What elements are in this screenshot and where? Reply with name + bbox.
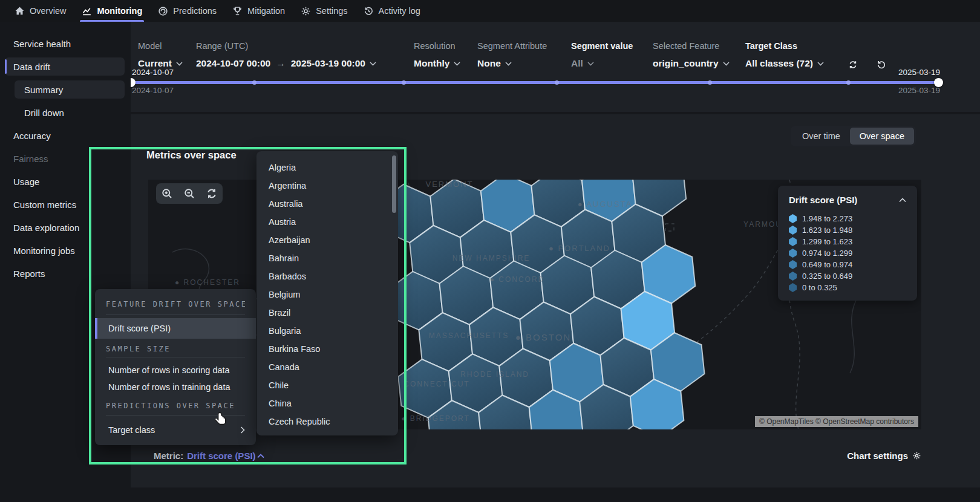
slider-end-date-sub: 2025-03-19: [898, 86, 940, 95]
slider-tick: [555, 80, 559, 85]
map-place-label: ● BRIDGEPORT: [401, 414, 470, 423]
country-option[interactable]: Austria: [256, 213, 398, 231]
nav-mitigation-label: Mitigation: [247, 6, 285, 16]
reset-button[interactable]: [874, 57, 889, 73]
legend-row: 0.325 to 0.649: [789, 270, 906, 282]
gear-icon: [912, 451, 921, 460]
menu-item-rows-training[interactable]: Number of rows in training data: [95, 379, 256, 396]
collapse-legend-icon[interactable]: [899, 198, 906, 203]
sidebar-item-data-drift[interactable]: Data drift: [5, 57, 125, 76]
view-toggle: Over time Over space: [791, 126, 916, 146]
country-option[interactable]: Algeria: [256, 158, 398, 177]
country-option[interactable]: Barbados: [256, 267, 398, 285]
sidebar-item-service-health[interactable]: Service health: [5, 34, 125, 53]
sidebar-item-drill-down[interactable]: Drill down: [15, 103, 125, 122]
menu-item-target-class[interactable]: Target class: [95, 420, 256, 440]
model-label: Model: [138, 41, 162, 51]
country-list: Algeria Argentina Australia Austria Azer…: [256, 158, 398, 431]
chart-settings-button[interactable]: Chart settings: [847, 451, 921, 461]
chevron-down-icon: [505, 62, 512, 66]
filter-bar: Model Current Range (UTC) 2024-10-07 00:…: [131, 22, 980, 112]
country-submenu: Algeria Argentina Australia Austria Azer…: [256, 151, 398, 435]
country-option[interactable]: China: [256, 394, 398, 412]
refresh-button[interactable]: [845, 57, 861, 73]
sidebar-item-data-exploration[interactable]: Data exploration: [5, 218, 125, 236]
slider-end-date: 2025-03-19: [898, 68, 940, 77]
map-controls: [156, 183, 223, 204]
chevron-up-icon: [257, 454, 264, 458]
segment-value-select[interactable]: All: [571, 58, 594, 69]
sidebar-item-reports[interactable]: Reports: [5, 264, 125, 282]
sidebar-item-usage[interactable]: Usage: [5, 172, 125, 191]
nav-activity-log[interactable]: Activity log: [364, 0, 420, 22]
zoom-in-button[interactable]: [161, 187, 173, 200]
sidebar-item-summary[interactable]: Summary: [15, 80, 125, 99]
map-place-label: ● BOSTON: [515, 332, 571, 342]
map-place-label: YARMOU: [743, 220, 782, 229]
nav-overview-label: Overview: [30, 6, 66, 16]
range-select[interactable]: 2024-10-07 00:00 → 2025-03-19 00:00: [196, 58, 376, 69]
country-option[interactable]: Azerbaijan: [256, 231, 398, 249]
resolution-label: Resolution: [414, 41, 456, 51]
map-legend: Drift score (PSI) 1.948 to 2.273 1.623 t…: [778, 186, 917, 301]
zoom-out-button[interactable]: [183, 187, 195, 200]
country-option[interactable]: Brazil: [256, 304, 398, 322]
refresh-icon: [848, 60, 858, 70]
scrollbar-thumb[interactable]: [392, 155, 396, 213]
slider-start-date-sub: 2024-10-07: [132, 86, 174, 95]
slider-tick: [252, 80, 256, 85]
legend-row: 1.623 to 1.948: [789, 224, 906, 236]
sidebar-item-custom-metrics[interactable]: Custom metrics: [5, 195, 125, 214]
country-option[interactable]: Bulgaria: [256, 322, 398, 340]
menu-section-feature-drift: FEATURE DRIFT OVER SPACE: [106, 300, 245, 308]
nav-settings[interactable]: Settings: [301, 0, 347, 22]
nav-activity-log-label: Activity log: [379, 6, 420, 16]
segment-attribute-select[interactable]: None: [477, 58, 512, 69]
nav-mitigation[interactable]: Mitigation: [232, 0, 285, 22]
legend-range-label: 0 to 0.325: [802, 283, 837, 292]
chevron-down-icon: [454, 62, 460, 66]
menu-divider: [106, 315, 245, 315]
slider-handle-end[interactable]: [934, 78, 943, 87]
slider-tick: [402, 80, 406, 85]
country-option[interactable]: Argentina: [256, 177, 398, 195]
time-range-slider[interactable]: [131, 81, 939, 84]
menu-divider: [106, 357, 245, 357]
sidebar-item-fairness[interactable]: Fairness: [5, 149, 125, 168]
reset-zoom-button[interactable]: [206, 187, 218, 200]
menu-item-rows-scoring[interactable]: Number of rows in scoring data: [95, 362, 256, 379]
country-option[interactable]: Australia: [256, 195, 398, 213]
toggle-over-space[interactable]: Over space: [850, 128, 914, 145]
sidebar-item-accuracy[interactable]: Accuracy: [5, 126, 125, 145]
legend-title: Drift score (PSI): [789, 195, 857, 205]
zoom-out-icon: [183, 187, 195, 200]
map-place-label: ● PORTLAND: [549, 244, 610, 253]
menu-item-drift-score[interactable]: Drift score (PSI): [95, 318, 256, 339]
legend-hex-swatch: [789, 283, 797, 292]
country-option[interactable]: Burkina Faso: [256, 340, 398, 358]
legend-items: 1.948 to 2.273 1.623 to 1.948 1.299 to 1…: [789, 213, 906, 293]
sidebar-item-monitoring-jobs[interactable]: Monitoring jobs: [5, 241, 125, 259]
metric-selector[interactable]: Drift score (PSI): [187, 451, 264, 461]
selected-feature-select[interactable]: origin_country: [653, 58, 730, 69]
country-option[interactable]: Chile: [256, 376, 398, 394]
resolution-select[interactable]: Monthly: [414, 58, 460, 69]
nav-monitoring-label: Monitoring: [97, 6, 142, 16]
nav-predictions[interactable]: Predictions: [158, 0, 217, 22]
map-place-label: NEW HAMPSHIRE: [452, 254, 531, 262]
country-option[interactable]: Canada: [256, 358, 398, 376]
top-nav: Overview Monitoring Predictions Mitigati…: [0, 0, 980, 22]
country-option[interactable]: Belgium: [256, 285, 398, 304]
target-class-select[interactable]: All classes (72): [745, 58, 824, 69]
country-option[interactable]: Bahrain: [256, 249, 398, 267]
toggle-over-time[interactable]: Over time: [792, 128, 850, 145]
nav-monitoring[interactable]: Monitoring: [82, 0, 142, 22]
target-class-label: Target Class: [745, 41, 797, 51]
legend-range-label: 0.649 to 0.974: [802, 260, 852, 269]
zoom-in-icon: [161, 187, 173, 200]
range-label: Range (UTC): [196, 41, 248, 51]
nav-overview[interactable]: Overview: [15, 0, 66, 22]
map-attribution: © OpenMapTiles © OpenStreetMap contribut…: [755, 416, 918, 427]
country-option[interactable]: Czech Republic: [256, 412, 398, 431]
legend-hex-swatch: [789, 237, 797, 246]
